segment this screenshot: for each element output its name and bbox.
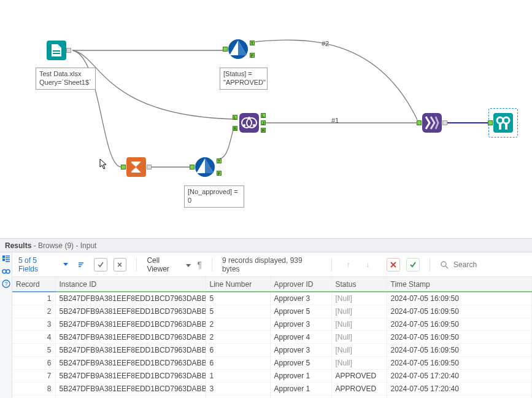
cell-status[interactable]: APPROVED [331, 396, 387, 399]
anchor-in[interactable] [488, 120, 493, 125]
cell-line[interactable]: 4 [206, 396, 270, 399]
filter-tool-status[interactable]: T F [227, 38, 249, 60]
cell-time[interactable]: 2024-07-05 16:09:50 [387, 331, 532, 344]
connection-label-2[interactable]: #2 [322, 40, 329, 47]
pilcrow-icon[interactable]: ¶ [197, 260, 202, 270]
anchor-false[interactable]: F [217, 171, 222, 176]
cell-line[interactable]: 2 [206, 331, 270, 344]
cell-rec[interactable]: 9 [12, 396, 55, 399]
anchor-in[interactable] [190, 165, 195, 170]
anchor-in[interactable] [417, 120, 422, 125]
cell-instance[interactable]: 5B247DFB9A381EEF8EDD1BCD7963DABB [55, 292, 206, 305]
cell-status[interactable]: [Null] [331, 357, 387, 370]
anchor-output[interactable] [66, 48, 71, 53]
arrow-up-icon[interactable]: ↑ [342, 258, 355, 271]
cell-instance[interactable]: 5B247DFB9A381EEF8EDD1BCD7963DABB [55, 318, 206, 331]
anchor-out-j[interactable]: J [261, 120, 266, 125]
cell-line[interactable]: 5 [206, 292, 270, 305]
col-status[interactable]: Status [331, 277, 387, 292]
anchor-out-r[interactable]: R [261, 128, 266, 133]
col-line-number[interactable]: Line Number [206, 277, 270, 292]
anchor-false[interactable]: F [250, 53, 255, 58]
cell-status[interactable]: APPROVED [331, 370, 387, 383]
col-instance-id[interactable]: Instance ID [55, 277, 206, 292]
cell-line[interactable]: 3 [206, 383, 270, 396]
cell-approver[interactable]: Approver 5 [270, 357, 331, 370]
table-row[interactable]: 35B247DFB9A381EEF8EDD1BCD7963DABB2Approv… [12, 318, 532, 331]
cell-time[interactable]: 2024-07-05 16:09:50 [387, 344, 532, 357]
clear-icon[interactable] [114, 258, 127, 271]
cell-instance[interactable]: 5B247DFB9A381EEF8EDD1BCD7963DABB [55, 396, 206, 399]
anchor-true[interactable]: T [217, 158, 222, 163]
search-box[interactable] [440, 260, 526, 270]
cell-rec[interactable]: 8 [12, 383, 55, 396]
cell-status[interactable]: APPROVED [331, 383, 387, 396]
cell-status[interactable]: [Null] [331, 344, 387, 357]
cell-time[interactable]: 2024-07-05 17:20:40 [387, 383, 532, 396]
filter-tool-noapproved[interactable]: T F [194, 156, 216, 178]
cell-rec[interactable]: 6 [12, 357, 55, 370]
input-data-tool[interactable] [45, 39, 67, 61]
cell-viewer-dropdown[interactable]: Cell Viewer [147, 256, 191, 273]
cell-line[interactable]: 5 [206, 305, 270, 318]
cell-time[interactable]: 2024-07-05 17:20:40 [387, 396, 532, 399]
link-icon[interactable] [2, 267, 10, 276]
results-table[interactable]: Record Instance ID Line Number Approver … [12, 277, 532, 398]
cell-line[interactable]: 6 [206, 344, 270, 357]
anchor-in[interactable] [223, 47, 228, 52]
metadata-icon[interactable] [2, 255, 10, 263]
cell-rec[interactable]: 4 [12, 331, 55, 344]
cell-approver[interactable]: Approver 1 [270, 383, 331, 396]
cell-instance[interactable]: 5B247DFB9A381EEF8EDD1BCD7963DABB [55, 331, 206, 344]
cell-status[interactable]: [Null] [331, 292, 387, 305]
cell-time[interactable]: 2024-07-05 16:09:50 [387, 292, 532, 305]
join-tool[interactable]: L R L J R [238, 112, 260, 134]
table-row[interactable]: 75B247DFB9A381EEF8EDD1BCD7963DABB1Approv… [12, 370, 532, 383]
table-row[interactable]: 95B247DFB9A381EEF8EDD1BCD7963DABB4Approv… [12, 396, 532, 399]
cell-instance[interactable]: 5B247DFB9A381EEF8EDD1BCD7963DABB [55, 370, 206, 383]
cell-rec[interactable]: 5 [12, 344, 55, 357]
cell-status[interactable]: [Null] [331, 305, 387, 318]
anchor-out-l[interactable]: L [261, 113, 266, 118]
cell-approver[interactable]: Approver 3 [270, 292, 331, 305]
summarize-tool[interactable] [125, 156, 147, 178]
cell-instance[interactable]: 5B247DFB9A381EEF8EDD1BCD7963DABB [55, 305, 206, 318]
union-tool[interactable] [421, 112, 443, 134]
cell-time[interactable]: 2024-07-05 16:09:50 [387, 357, 532, 370]
cell-line[interactable]: 1 [206, 370, 270, 383]
table-row[interactable]: 15B247DFB9A381EEF8EDD1BCD7963DABB5Approv… [12, 292, 532, 305]
browse-tool[interactable] [492, 112, 514, 134]
anchor-true[interactable]: T [250, 41, 255, 45]
cell-time[interactable]: 2024-07-05 16:09:50 [387, 318, 532, 331]
search-input[interactable] [452, 260, 526, 270]
cell-instance[interactable]: 5B247DFB9A381EEF8EDD1BCD7963DABB [55, 357, 206, 370]
cell-rec[interactable]: 7 [12, 370, 55, 383]
table-row[interactable]: 45B247DFB9A381EEF8EDD1BCD7963DABB2Approv… [12, 331, 532, 344]
cell-line[interactable]: 6 [206, 357, 270, 370]
cell-approver[interactable]: Approver 4 [270, 331, 331, 344]
table-row[interactable]: 85B247DFB9A381EEF8EDD1BCD7963DABB3Approv… [12, 383, 532, 396]
workflow-canvas[interactable]: Test Data.xlsx Query=`Sheet1$` T F [Stat… [0, 0, 532, 233]
cell-status[interactable]: [Null] [331, 331, 387, 344]
cell-time[interactable]: 2024-07-05 16:09:50 [387, 305, 532, 318]
accept-button[interactable] [406, 258, 420, 271]
reject-button[interactable] [387, 258, 400, 271]
cell-approver[interactable]: Approver 3 [270, 344, 331, 357]
cell-approver[interactable]: Approver 1 [270, 370, 331, 383]
cell-instance[interactable]: 5B247DFB9A381EEF8EDD1BCD7963DABB [55, 344, 206, 357]
help-icon[interactable]: ? [2, 279, 10, 288]
table-row[interactable]: 55B247DFB9A381EEF8EDD1BCD7963DABB6Approv… [12, 344, 532, 357]
col-time-stamp[interactable]: Time Stamp [387, 277, 532, 292]
cell-approver[interactable]: Approver 1 [270, 396, 331, 399]
cell-approver[interactable]: Approver 3 [270, 318, 331, 331]
cell-instance[interactable]: 5B247DFB9A381EEF8EDD1BCD7963DABB [55, 383, 206, 396]
cell-rec[interactable]: 1 [12, 292, 55, 305]
col-approver-id[interactable]: Approver ID [270, 277, 331, 292]
anchor-left[interactable]: L [233, 115, 237, 120]
check-icon[interactable] [94, 258, 107, 271]
fields-dropdown[interactable]: 5 of 5 Fields [18, 256, 68, 273]
cell-approver[interactable]: Approver 5 [270, 305, 331, 318]
anchor-in[interactable] [121, 165, 126, 170]
sort-icon[interactable] [74, 258, 88, 271]
anchor-out[interactable] [442, 120, 447, 125]
